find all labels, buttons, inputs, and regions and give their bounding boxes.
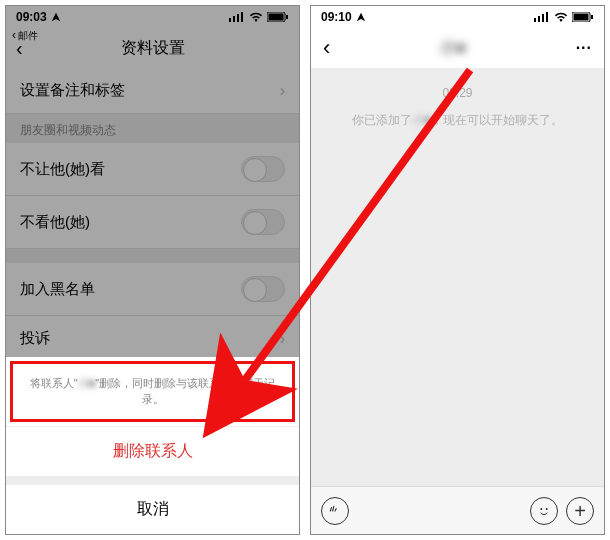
status-bar: 09:10 <box>311 6 604 28</box>
sysmsg-suffix: ，现在可以开始聊天了。 <box>431 113 563 127</box>
back-icon[interactable]: ‹ <box>323 35 330 61</box>
svg-point-15 <box>546 508 548 510</box>
signal-icon <box>534 12 550 22</box>
svg-rect-10 <box>546 12 548 22</box>
right-phone-screenshot: 09:10 ‹ 小■ ··· 08:29 你已添加了小■，现在可以开始聊天了。 <box>310 5 605 535</box>
sheet-msg-suffix: "删除，同时删除与该联系人的聊天记录。 <box>95 377 275 404</box>
delete-contact-button[interactable]: 删除联系人 <box>6 426 299 476</box>
chat-nav: ‹ 小■ ··· <box>311 28 604 68</box>
more-icon[interactable]: ··· <box>576 39 592 57</box>
left-phone-screenshot: 09:03 邮件 ‹ 资料设置 设置备注和标签 › 朋友圈和视频动态 <box>5 5 300 535</box>
plus-icon[interactable]: + <box>566 497 594 525</box>
svg-rect-12 <box>574 14 589 21</box>
wifi-icon <box>554 12 568 22</box>
emoji-icon[interactable] <box>530 497 558 525</box>
action-sheet: 将联系人"小■"删除，同时删除与该联系人的聊天记录。 删除联系人 取消 <box>6 357 299 534</box>
svg-rect-8 <box>538 16 540 22</box>
svg-point-14 <box>540 508 542 510</box>
location-icon <box>356 12 366 22</box>
cancel-button[interactable]: 取消 <box>6 484 299 534</box>
svg-rect-9 <box>542 14 544 22</box>
status-time: 09:10 <box>321 10 352 24</box>
chat-timestamp: 08:29 <box>442 86 472 100</box>
svg-rect-7 <box>534 18 536 22</box>
svg-rect-13 <box>591 15 593 19</box>
sheet-message-highlight: 将联系人"小■"删除，同时删除与该联系人的聊天记录。 <box>10 361 295 422</box>
sysmsg-prefix: 你已添加了 <box>352 113 412 127</box>
system-message: 你已添加了小■，现在可以开始聊天了。 <box>352 112 563 129</box>
sysmsg-name-blur: 小■ <box>412 112 431 129</box>
sheet-msg-prefix: 将联系人" <box>30 377 78 389</box>
sheet-msg-name-blur: 小■ <box>78 376 96 391</box>
battery-icon <box>572 12 594 22</box>
chat-title-blur: 小■ <box>440 38 466 59</box>
chat-input-bar: + <box>311 486 604 534</box>
chat-area: 08:29 你已添加了小■，现在可以开始聊天了。 <box>311 68 604 486</box>
voice-icon[interactable] <box>321 497 349 525</box>
